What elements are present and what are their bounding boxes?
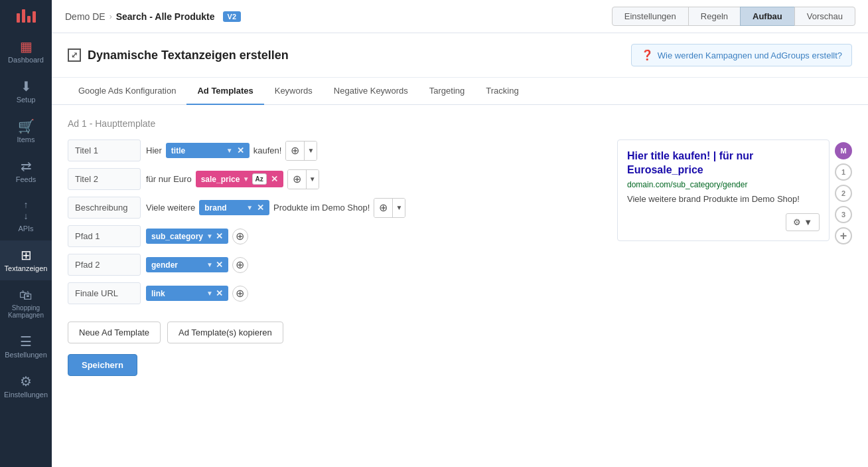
chip-arrow-pfad2: ▼ xyxy=(206,261,213,268)
indicator-add[interactable]: + xyxy=(835,227,852,244)
tab-keywords[interactable]: Keywords xyxy=(264,78,323,105)
textanzeigen-icon: ⊞ xyxy=(21,248,32,262)
add-btn-pfad2[interactable]: ⊕ xyxy=(232,257,248,273)
chip-arrow-beschreibung: ▼ xyxy=(246,204,253,211)
gear-button[interactable]: ⚙ ▼ xyxy=(786,213,820,231)
chip-x-titel1[interactable]: ✕ xyxy=(237,145,244,155)
sidebar-item-apis[interactable]: ↑↓ APIs xyxy=(0,191,52,240)
path-token-pfad1[interactable]: sub_category gender brand ▼ ✕ xyxy=(146,229,228,244)
suffix-titel1: kaufen! xyxy=(253,145,282,155)
setup-icon: ⬇ xyxy=(21,80,32,93)
top-header: Demo DE › Search - Alle Produkte V2 Eins… xyxy=(52,0,868,33)
shopping-icon: 🛍 xyxy=(19,288,33,302)
ad-preview: Hier title kaufen! | für nur Eurosale_pr… xyxy=(617,140,830,241)
sidebar-item-bestellungen[interactable]: ☰ Bestellungen xyxy=(0,327,52,367)
token-titel1[interactable]: title sale_price brand sub_category gend… xyxy=(166,143,250,158)
tab-targeting[interactable]: Targeting xyxy=(419,78,475,105)
chip-arrow-pfad1: ▼ xyxy=(206,233,213,240)
ad-row-url: Finale URL link sub_category gender ▼ ✕ xyxy=(68,282,607,304)
sidebar-item-einstellungen[interactable]: ⚙ Einstellungen xyxy=(0,367,52,407)
add-btn-url[interactable]: ⊕ xyxy=(232,286,248,302)
path-x-url[interactable]: ✕ xyxy=(216,288,223,298)
breadcrumb: Demo DE › Search - Alle Produkte V2 xyxy=(65,11,241,22)
speichern-button[interactable]: Speichern xyxy=(68,354,137,376)
token-select-beschreibung[interactable]: brand title sale_price xyxy=(204,203,244,213)
prefix-titel2: für nur Euro xyxy=(146,174,192,184)
tab-ad-templates[interactable]: Ad Templates xyxy=(186,78,263,105)
sidebar-item-dashboard[interactable]: ▦ Dashboard xyxy=(0,32,52,72)
prefix-beschreibung: Viele weitere xyxy=(146,203,195,213)
add-btn-pfad1[interactable]: ⊕ xyxy=(232,229,248,244)
ad-row-titel2: Titel 2 für nur Euro sale_price title br… xyxy=(68,168,607,190)
page-title-bar: ⤢ Dynamische Textanzeigen erstellen ❓ Wi… xyxy=(52,33,868,78)
sidebar-item-shopping[interactable]: 🛍 Shopping Kampagnen xyxy=(0,280,52,327)
tab-negative-keywords[interactable]: Negative Keywords xyxy=(323,78,419,105)
token-titel2[interactable]: sale_price title brand ▼ Az ✕ xyxy=(196,171,283,187)
tabs: Google Ads Konfiguration Ad Templates Ke… xyxy=(52,78,868,105)
label-titel2: Titel 2 xyxy=(68,168,141,190)
preview-desc: Viele weitere brand Produkte im Demo Sho… xyxy=(627,193,820,205)
tab-google[interactable]: Google Ads Konfiguration xyxy=(68,78,186,105)
path-select-pfad1[interactable]: sub_category gender brand xyxy=(151,232,204,241)
einstellungen-icon: ⚙ xyxy=(20,375,32,388)
sidebar-item-textanzeigen[interactable]: ⊞ Textanzeigen xyxy=(0,240,52,280)
prefix-titel1: Hier xyxy=(146,145,162,155)
add-btn-titel2[interactable]: ⊕ xyxy=(288,170,307,189)
main-content: Demo DE › Search - Alle Produkte V2 Eins… xyxy=(52,0,868,467)
path-x-pfad1[interactable]: ✕ xyxy=(216,231,223,241)
row-content-titel2: für nur Euro sale_price title brand ▼ Az… xyxy=(146,169,319,189)
gear-arrow: ▼ xyxy=(804,217,812,227)
chip-x-titel2[interactable]: ✕ xyxy=(271,174,278,184)
path-select-url[interactable]: link sub_category gender xyxy=(151,289,204,298)
path-select-pfad2[interactable]: gender sub_category brand xyxy=(151,260,204,270)
indicator-3[interactable]: 3 xyxy=(835,206,852,223)
steps-nav: Einstellungen Regeln Aufbau Vorschau xyxy=(612,7,855,26)
row-content-pfad1: sub_category gender brand ▼ ✕ ⊕ xyxy=(146,229,248,244)
sidebar-item-setup[interactable]: ⬇ Setup xyxy=(0,72,52,112)
chip-x-beschreibung[interactable]: ✕ xyxy=(257,203,264,213)
step-aufbau[interactable]: Aufbau xyxy=(740,7,795,26)
add-btn-beschreibung[interactable]: ⊕ xyxy=(374,199,393,217)
chip-arrow-url: ▼ xyxy=(206,290,213,297)
breadcrumb-current: Search - Alle Produkte xyxy=(116,11,215,22)
token-beschreibung[interactable]: brand title sale_price ▼ ✕ xyxy=(199,200,269,215)
step-vorschau[interactable]: Vorschau xyxy=(794,7,855,26)
token-select-titel2[interactable]: sale_price title brand xyxy=(201,175,240,184)
content-area: ⤢ Dynamische Textanzeigen erstellen ❓ Wi… xyxy=(52,33,868,467)
save-section: Speichern xyxy=(68,349,852,387)
add-btn-titel1[interactable]: ⊕ xyxy=(286,141,305,160)
apis-icon: ↑↓ xyxy=(24,199,29,222)
indicator-m[interactable]: M xyxy=(835,142,852,159)
path-x-pfad2[interactable]: ✕ xyxy=(216,260,223,270)
chip-az-titel2[interactable]: Az xyxy=(252,173,267,185)
sidebar-item-feeds[interactable]: ⇄ Feeds xyxy=(0,151,52,191)
label-pfad1: Pfad 1 xyxy=(68,225,141,247)
tab-tracking[interactable]: Tracking xyxy=(475,78,529,105)
label-url: Finale URL xyxy=(68,282,141,304)
path-token-url[interactable]: link sub_category gender ▼ ✕ xyxy=(146,286,228,301)
step-einstellungen[interactable]: Einstellungen xyxy=(612,7,689,26)
logo-bars xyxy=(17,9,36,23)
label-titel1: Titel 1 xyxy=(68,140,141,161)
kopieren-button[interactable]: Ad Template(s) kopieren xyxy=(167,322,283,343)
row-content-url: link sub_category gender ▼ ✕ ⊕ xyxy=(146,286,248,302)
ad-row-titel1: Titel 1 Hier title sale_price brand sub_… xyxy=(68,140,607,161)
help-icon: ❓ xyxy=(641,49,654,61)
chip-arrow-titel1: ▼ xyxy=(226,147,233,154)
sidebar-item-items[interactable]: 🛒 Items xyxy=(0,112,52,151)
add-dropdown-titel1[interactable]: ▼ xyxy=(305,141,317,160)
neue-template-button[interactable]: Neue Ad Template xyxy=(68,322,161,343)
expand-icon[interactable]: ⤢ xyxy=(68,48,81,62)
add-dropdown-beschreibung[interactable]: ▼ xyxy=(393,199,405,217)
indicator-1[interactable]: 1 xyxy=(835,163,852,181)
bestellungen-icon: ☰ xyxy=(20,335,32,348)
step-regeln[interactable]: Regeln xyxy=(688,7,741,26)
template-actions: Neue Ad Template Ad Template(s) kopieren xyxy=(68,311,852,349)
gear-icon: ⚙ xyxy=(793,217,801,227)
indicator-2[interactable]: 2 xyxy=(835,185,852,202)
path-token-pfad2[interactable]: gender sub_category brand ▼ ✕ xyxy=(146,257,228,272)
help-link[interactable]: ❓ Wie werden Kampagnen und AdGroups erst… xyxy=(631,44,852,66)
add-dropdown-titel2[interactable]: ▼ xyxy=(307,170,319,189)
breadcrumb-root[interactable]: Demo DE xyxy=(65,11,106,22)
token-select-titel1[interactable]: title sale_price brand sub_category gend… xyxy=(171,146,224,155)
